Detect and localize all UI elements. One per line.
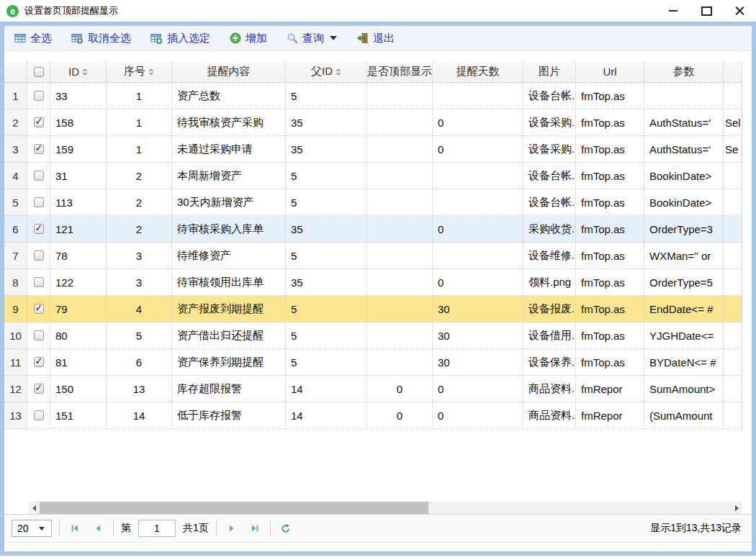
select-all-button[interactable]: 全选: [14, 32, 52, 45]
row-checkbox[interactable]: [27, 269, 50, 296]
cell-extra: Se: [724, 136, 742, 163]
cell-param: BookinDate>: [644, 189, 724, 216]
cell-extra: [724, 216, 742, 243]
cell-extra: [724, 402, 742, 429]
cell-days: 0: [433, 269, 523, 296]
checkbox-icon: [34, 91, 44, 101]
row-checkbox[interactable]: [27, 216, 50, 243]
table-row[interactable]: 11816资产保养到期提醒530设备保养.fmTop.asBYDateN<= #: [4, 349, 742, 376]
table-row[interactable]: 5113230天内新增资产5设备台帐.fmTop.asBookinDate>: [4, 189, 742, 216]
header-col-extra: [724, 61, 742, 83]
cell-pid: 35: [286, 269, 367, 296]
table-add-icon: [150, 32, 163, 44]
search-icon: [287, 32, 298, 44]
table-row[interactable]: 1331资产总数5设备台帐.fmTop.as: [4, 83, 742, 109]
cell-extra: [724, 322, 742, 349]
cell-img: 设备报废.: [523, 296, 576, 322]
refresh-button[interactable]: [278, 520, 294, 536]
cell-img: 设备采购.: [523, 136, 576, 163]
row-checkbox[interactable]: [27, 296, 50, 322]
cell-img: 设备台帐.: [523, 189, 576, 216]
scroll-track[interactable]: [40, 502, 732, 514]
row-checkbox[interactable]: [27, 349, 50, 376]
close-button[interactable]: [723, 0, 756, 22]
deselect-all-button[interactable]: 取消全选: [71, 32, 131, 45]
cell-content: 待我审核资产采购: [172, 109, 286, 136]
page-size-value: 20: [17, 523, 29, 534]
checkbox-icon: [34, 171, 44, 181]
table-row[interactable]: 1215013库存超限报警1400商品资料.fmReporSumAmount>: [4, 376, 742, 402]
horizontal-scrollbar: [4, 502, 752, 514]
table-row[interactable]: 31591未通过采购申请350设备采购.fmTop.asAuthStatus='…: [4, 136, 742, 163]
header-select-all-checkbox[interactable]: [27, 61, 50, 83]
header-col-pid[interactable]: 父ID: [286, 61, 367, 83]
header-col-img: 图片: [523, 61, 576, 83]
maximize-button[interactable]: [690, 0, 723, 22]
row-checkbox[interactable]: [27, 189, 50, 216]
add-button[interactable]: 增加: [230, 32, 267, 45]
checkbox-icon: [34, 384, 44, 394]
table-row[interactable]: 4312本周新增资产5设备台帐.fmTop.asBookinDate>: [4, 163, 742, 189]
header-rownum: [4, 61, 27, 83]
scroll-thumb[interactable]: [40, 502, 428, 514]
cell-img: 设备保养.: [523, 349, 576, 376]
cell-pid: 35: [286, 109, 367, 136]
table-row[interactable]: 21581待我审核资产采购350设备采购.fmTop.asAuthStatus=…: [4, 109, 742, 136]
table-row[interactable]: 10805资产借出归还提醒530设备借用.fmTop.asYJGHDate<=: [4, 322, 742, 349]
cell-id: 122: [50, 269, 107, 296]
cell-content: 低于库存报警: [172, 402, 286, 429]
row-checkbox[interactable]: [27, 322, 50, 349]
scroll-right-arrow[interactable]: [732, 502, 742, 514]
minimize-button[interactable]: [657, 0, 690, 22]
scroll-left-arrow[interactable]: [29, 502, 40, 514]
checkbox-icon: [34, 357, 44, 367]
cell-param: AuthStatus=': [644, 109, 724, 136]
table-row[interactable]: 7783待维修资产5设备维修.fmTop.asWXMan='' or: [4, 243, 742, 269]
vertical-scrollbar[interactable]: [742, 61, 752, 429]
first-page-button[interactable]: [67, 520, 83, 536]
row-checkbox[interactable]: [27, 109, 50, 136]
header-col-id[interactable]: ID: [50, 61, 107, 83]
row-checkbox[interactable]: [27, 243, 50, 269]
cell-content: 未通过采购申请: [172, 136, 286, 163]
cell-rownum: 1: [4, 83, 27, 109]
cell-days: 0: [433, 216, 523, 243]
cell-seq: 1: [107, 136, 172, 163]
insert-selected-button[interactable]: 插入选定: [150, 32, 210, 45]
page-number-input[interactable]: [138, 520, 176, 537]
cell-img: 商品资料.: [523, 376, 576, 402]
last-page-button[interactable]: [247, 520, 263, 536]
record-count-status: 显示1到13,共13记录: [650, 522, 744, 535]
cell-extra: [724, 269, 742, 296]
next-page-button[interactable]: [224, 520, 240, 536]
cell-content: 待审核领用出库单: [172, 269, 286, 296]
cell-url: fmTop.as: [576, 189, 644, 216]
cell-id: 31: [50, 163, 107, 189]
cell-pid: 5: [286, 296, 367, 322]
row-checkbox[interactable]: [27, 376, 50, 402]
prev-page-button[interactable]: [90, 520, 106, 536]
table-row[interactable]: 81223待审核领用出库单350领料.pngfmTop.asOrderType=…: [4, 269, 742, 296]
header-col-seq[interactable]: 序号: [107, 61, 172, 83]
cell-url: fmTop.as: [576, 296, 644, 322]
row-checkbox[interactable]: [27, 136, 50, 163]
table-row[interactable]: 1315114低于库存报警1400商品资料.fmRepor(SumAmount: [4, 402, 742, 429]
exit-button[interactable]: 退出: [356, 32, 395, 45]
table-row[interactable]: 61212待审核采购入库单350采购收货.fmTop.asOrderType=3: [4, 216, 742, 243]
cell-content: 待维修资产: [172, 243, 286, 269]
query-button[interactable]: 查询: [287, 32, 337, 45]
cell-param: BYDateN<= #: [644, 349, 724, 376]
row-checkbox[interactable]: [27, 163, 50, 189]
cell-top: [367, 349, 433, 376]
button-label: 查询: [302, 32, 324, 45]
page-size-select[interactable]: 20: [12, 520, 52, 537]
close-icon: [735, 6, 744, 16]
cell-top: [367, 322, 433, 349]
cell-top: [367, 243, 433, 269]
table-row[interactable]: 9794资产报废到期提醒530设备报废.fmTop.asEndDate<= #: [4, 296, 742, 322]
cell-top: [367, 163, 433, 189]
row-checkbox[interactable]: [27, 402, 50, 429]
cell-url: fmTop.as: [576, 243, 644, 269]
cell-top: [367, 216, 433, 243]
row-checkbox[interactable]: [27, 83, 50, 109]
